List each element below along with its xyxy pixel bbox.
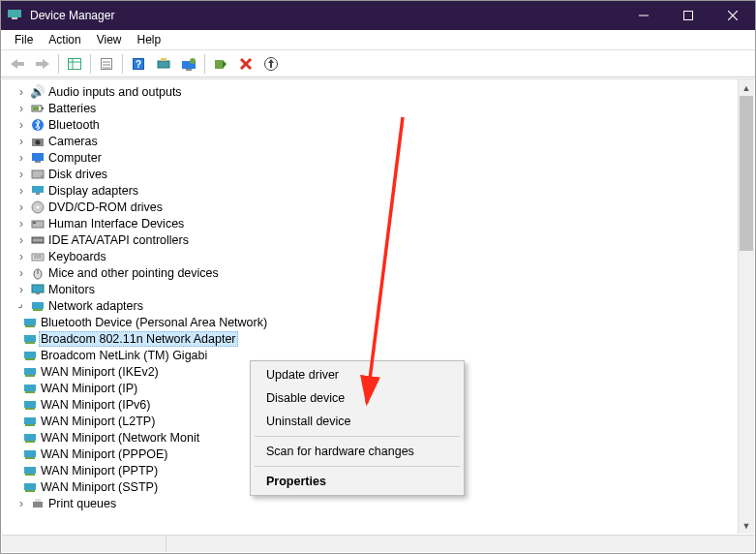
tree-label[interactable]: Audio inputs and outputs [46, 85, 184, 99]
printer-icon [29, 498, 46, 509]
tree-label[interactable]: DVD/CD-ROM drives [46, 200, 165, 214]
mouse-icon [29, 266, 46, 280]
expand-icon[interactable]: › [14, 217, 29, 231]
tree-label[interactable]: Cameras [46, 135, 100, 148]
tree-label[interactable]: Network adapters [46, 299, 145, 313]
menu-file[interactable]: File [7, 31, 41, 48]
scan-button[interactable] [152, 52, 175, 76]
menu-action[interactable]: Action [41, 31, 88, 48]
status-bar [2, 535, 754, 552]
scroll-up-icon[interactable]: ▲ [739, 79, 754, 96]
tree-node-keyboards: ›Keyboards [6, 248, 737, 264]
ctx-separator [255, 436, 460, 437]
svg-rect-42 [36, 193, 40, 195]
tree-label[interactable]: Keyboards [46, 250, 108, 263]
tree-label[interactable]: WAN Miniport (PPPOE) [39, 447, 170, 461]
uninstall-button[interactable] [234, 52, 257, 76]
back-button[interactable] [6, 52, 29, 76]
svg-rect-70 [24, 417, 36, 424]
expand-icon[interactable]: › [14, 200, 29, 214]
menu-help[interactable]: Help [130, 31, 169, 48]
monitor-icon [29, 284, 46, 295]
expand-icon[interactable]: › [14, 283, 29, 296]
expand-icon[interactable]: › [14, 85, 29, 99]
tree-label[interactable]: WAN Miniport (SSTP) [39, 480, 160, 494]
ctx-update-driver[interactable]: Update driver [253, 363, 462, 386]
expand-icon[interactable]: › [14, 118, 29, 132]
expand-icon[interactable]: › [14, 102, 29, 115]
svg-rect-79 [25, 490, 35, 492]
tree-node-mice: ›Mice and other pointing devices [6, 264, 737, 281]
properties-button[interactable] [95, 52, 118, 76]
scan-hardware-button[interactable] [259, 52, 283, 76]
tree-label[interactable]: IDE ATA/ATAPI controllers [46, 233, 191, 247]
minimize-button[interactable] [621, 1, 666, 30]
vertical-scrollbar[interactable]: ▲ ▼ [738, 79, 754, 534]
scroll-thumb[interactable] [740, 96, 753, 251]
svg-rect-63 [25, 358, 35, 360]
tree-label[interactable]: Bluetooth [46, 118, 102, 132]
tree-label[interactable]: Print queues [46, 497, 118, 510]
tree-label[interactable]: Disk drives [46, 168, 109, 181]
tree-node-computer: ›Computer [6, 149, 737, 166]
tree-label[interactable]: WAN Miniport (IP) [39, 382, 139, 395]
tree-label[interactable]: Human Interface Devices [46, 217, 186, 231]
tree-node-hid: ›Human Interface Devices [6, 215, 737, 231]
tree-label[interactable]: Mice and other pointing devices [46, 266, 221, 280]
svg-rect-75 [25, 457, 35, 459]
ctx-disable-device[interactable]: Disable device [253, 386, 462, 410]
collapse-icon[interactable]: › [11, 295, 31, 316]
ctx-scan-hardware[interactable]: Scan for hardware changes [253, 440, 462, 463]
ide-icon [29, 234, 46, 246]
expand-icon[interactable]: › [14, 497, 29, 510]
tree-label[interactable]: WAN Miniport (PPTP) [39, 464, 160, 477]
svg-point-23 [190, 58, 196, 64]
tree-label[interactable]: Monitors [46, 283, 97, 296]
svg-rect-74 [24, 450, 36, 457]
tree-label[interactable]: Batteries [46, 102, 98, 115]
tree-label[interactable]: Broadcom NetLink (TM) Gigabi [39, 349, 209, 362]
maximize-button[interactable] [666, 1, 711, 30]
svg-rect-0 [8, 10, 21, 17]
svg-rect-46 [33, 222, 36, 224]
svg-rect-56 [32, 302, 44, 309]
tree-label[interactable]: Bluetooth Device (Personal Area Network) [39, 316, 269, 329]
ctx-uninstall-device[interactable]: Uninstall device [253, 410, 462, 433]
enable-device-button[interactable] [209, 52, 232, 76]
computer-icon [29, 151, 46, 165]
tree-label[interactable]: WAN Miniport (L2TP) [39, 415, 157, 428]
expand-icon[interactable]: › [14, 184, 29, 198]
svg-rect-69 [25, 408, 35, 410]
expand-icon[interactable]: › [14, 233, 29, 247]
expand-icon[interactable]: › [14, 135, 29, 148]
network-icon [29, 300, 46, 312]
app-icon [1, 7, 28, 25]
svg-rect-81 [35, 499, 41, 502]
adapter-icon [21, 481, 39, 493]
expand-icon[interactable]: › [14, 250, 29, 263]
close-button[interactable] [711, 1, 755, 30]
tree-label[interactable]: Display adapters [46, 184, 140, 198]
adapter-icon [21, 383, 39, 394]
help-button[interactable]: ? [127, 52, 150, 76]
menu-view[interactable]: View [89, 31, 130, 48]
tree-label[interactable]: WAN Miniport (Network Monit [39, 431, 201, 445]
ctx-properties[interactable]: Properties [253, 470, 462, 493]
title-bar: Device Manager [1, 1, 755, 30]
scroll-down-icon[interactable]: ▼ [739, 517, 754, 534]
tree-label[interactable]: WAN Miniport (IPv6) [39, 398, 152, 412]
tree-node-monitors: ›Monitors [6, 281, 737, 297]
expand-icon[interactable]: › [14, 168, 29, 181]
tree-label[interactable]: WAN Miniport (IKEv2) [39, 365, 161, 379]
update-driver-button[interactable] [177, 52, 200, 76]
context-menu: Update driver Disable device Uninstall d… [250, 360, 465, 496]
show-hide-tree-button[interactable] [63, 52, 86, 76]
tree-label[interactable]: Computer [46, 151, 104, 165]
tree-label[interactable]: Broadcom 802.11n Network Adapter [39, 331, 238, 347]
forward-button[interactable] [31, 52, 54, 76]
svg-rect-73 [25, 441, 35, 443]
toolbar: ? [1, 50, 755, 77]
expand-icon[interactable]: › [14, 151, 29, 165]
svg-marker-29 [268, 59, 274, 63]
expand-icon[interactable]: › [14, 266, 29, 280]
